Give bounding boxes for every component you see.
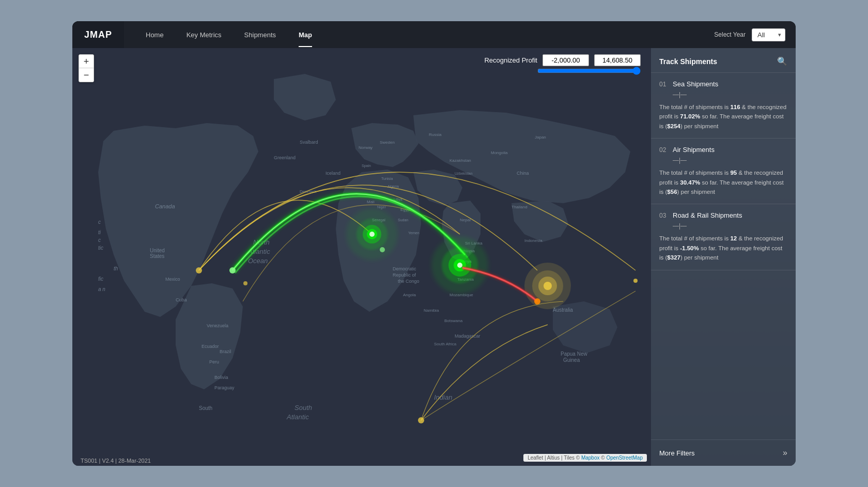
sidebar-header: Track Shipments 🔍 bbox=[651, 48, 796, 73]
road-rail-section-desc: The total # of shipments is 12 & the rec… bbox=[659, 234, 787, 262]
road-rail-section-name: Road & Rail Shipments bbox=[673, 211, 742, 219]
sea-section-name: Sea Shipments bbox=[673, 80, 718, 88]
sea-section-desc: The total # of shipments is 116 & the re… bbox=[659, 102, 787, 131]
top-nav: JMAP Home Key Metrics Shipments Map Sele… bbox=[72, 21, 796, 48]
mapbox-link[interactable]: Mapbox bbox=[581, 455, 600, 461]
select-year-label: Select Year bbox=[714, 31, 746, 38]
air-section-dash: —|— bbox=[673, 157, 787, 164]
more-filters-arrow-icon: » bbox=[783, 448, 787, 458]
map-background bbox=[72, 48, 651, 466]
nav-key-metrics[interactable]: Key Metrics bbox=[175, 23, 233, 47]
air-section-name: Air Shipments bbox=[673, 146, 715, 154]
sea-shipments-header: 01 Sea Shipments bbox=[659, 80, 787, 88]
profit-label: Recognized Profit bbox=[484, 56, 537, 64]
sea-section-dash: —|— bbox=[673, 91, 787, 98]
sea-section-num: 01 bbox=[659, 81, 669, 88]
profit-slider-wrap bbox=[537, 67, 641, 77]
zoom-controls: + − bbox=[79, 54, 94, 82]
air-section-desc: The total # of shipments is 95 & the rec… bbox=[659, 168, 787, 196]
sea-shipments-section: 01 Sea Shipments —|— The total # of ship… bbox=[651, 73, 796, 139]
right-sidebar: Track Shipments 🔍 01 Sea Shipments —|— T… bbox=[651, 48, 796, 466]
zoom-in-button[interactable]: + bbox=[79, 55, 94, 68]
profit-filter: Recognized Profit bbox=[484, 54, 641, 66]
logo: JMAP bbox=[84, 29, 112, 40]
search-icon[interactable]: 🔍 bbox=[777, 56, 787, 66]
road-rail-shipments-section: 03 Road & Rail Shipments —|— The total #… bbox=[651, 204, 796, 270]
year-select[interactable]: All 2020 2019 2018 bbox=[752, 28, 785, 41]
main-content: Canada United States Mexico Cuba Venezue… bbox=[72, 48, 796, 466]
zoom-out-button[interactable]: − bbox=[79, 68, 94, 82]
nav-links: Home Key Metrics Shipments Map bbox=[134, 23, 714, 47]
map-attribution: Leaflet | Altius | Tiles © Mapbox © Open… bbox=[523, 454, 647, 462]
nav-map[interactable]: Map bbox=[287, 23, 323, 47]
road-rail-section-num: 03 bbox=[659, 212, 669, 219]
air-shipments-header: 02 Air Shipments bbox=[659, 146, 787, 154]
logo-box: JMAP bbox=[72, 21, 124, 48]
nav-right: Select Year All 2020 2019 2018 bbox=[714, 28, 796, 41]
profit-max-input[interactable] bbox=[594, 54, 641, 66]
road-rail-shipments-header: 03 Road & Rail Shipments bbox=[659, 211, 787, 219]
more-filters-button[interactable]: More Filters » bbox=[651, 439, 796, 466]
sidebar-title: Track Shipments bbox=[659, 57, 717, 66]
air-section-num: 02 bbox=[659, 146, 669, 154]
footer: TS001 | V2.4 | 28-Mar-2021 bbox=[81, 458, 151, 464]
more-filters-label: More Filters bbox=[659, 449, 695, 457]
nav-home[interactable]: Home bbox=[134, 23, 175, 47]
app-frame: JMAP Home Key Metrics Shipments Map Sele… bbox=[72, 21, 796, 466]
osm-link[interactable]: OpenStreetMap bbox=[606, 455, 643, 461]
map-container[interactable]: Canada United States Mexico Cuba Venezue… bbox=[72, 48, 651, 466]
air-shipments-section: 02 Air Shipments —|— The total # of ship… bbox=[651, 139, 796, 204]
road-rail-section-dash: —|— bbox=[673, 222, 787, 230]
profit-min-input[interactable] bbox=[542, 54, 589, 66]
nav-shipments[interactable]: Shipments bbox=[233, 23, 287, 47]
year-select-wrap: All 2020 2019 2018 bbox=[752, 28, 785, 41]
profit-slider[interactable] bbox=[537, 67, 641, 75]
